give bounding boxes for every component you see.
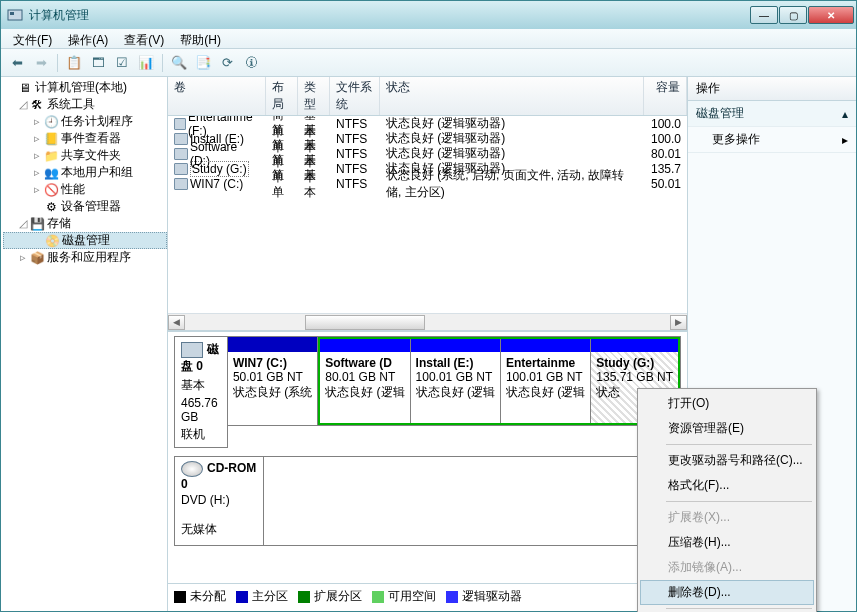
props-button[interactable]: 🗔 <box>88 53 108 73</box>
back-button[interactable]: ⬅ <box>7 53 27 73</box>
maximize-button[interactable]: ▢ <box>779 6 807 24</box>
titlebar[interactable]: 计算机管理 — ▢ ✕ <box>1 1 856 29</box>
window-title: 计算机管理 <box>29 7 750 24</box>
volume-icon <box>174 118 186 130</box>
col-type[interactable]: 类型 <box>298 77 330 115</box>
partition-d[interactable]: Software (D 80.01 GB NT 状态良好 (逻辑 <box>320 339 410 423</box>
partition-e[interactable]: Install (E:) 100.01 GB NT 状态良好 (逻辑 <box>411 339 501 423</box>
menu-action[interactable]: 操作(A) <box>60 29 116 48</box>
partition-c[interactable]: WIN7 (C:) 50.01 GB NT 状态良好 (系统 <box>228 337 318 425</box>
col-status[interactable]: 状态 <box>380 77 644 115</box>
context-menu: 打开(O) 资源管理器(E) 更改驱动器号和路径(C)... 格式化(F)...… <box>637 388 817 612</box>
refresh-button[interactable]: 🔍 <box>169 53 189 73</box>
col-capacity[interactable]: 容量 <box>644 77 687 115</box>
volume-icon <box>174 148 188 160</box>
nav-tree[interactable]: 🖥计算机管理(本地) ◿🛠系统工具 ▹🕘任务计划程序 ▹📒事件查看器 ▹📁共享文… <box>1 77 168 611</box>
disk-0-partitions: WIN7 (C:) 50.01 GB NT 状态良好 (系统 Software … <box>228 336 681 426</box>
tool-button-4[interactable]: ⟳ <box>217 53 237 73</box>
table-row[interactable]: Software (D:)简单基本NTFS状态良好 (逻辑驱动器)80.01 <box>168 146 687 161</box>
ctx-open[interactable]: 打开(O) <box>640 391 814 416</box>
up-button[interactable]: 📋 <box>64 53 84 73</box>
actions-more[interactable]: 更多操作▸ <box>688 127 856 153</box>
tree-eventviewer[interactable]: ▹📒事件查看器 <box>3 130 167 147</box>
table-row[interactable]: Entertainme (F:)简单基本NTFS状态良好 (逻辑驱动器)100.… <box>168 116 687 131</box>
cdrom-icon <box>181 461 203 477</box>
tree-sharedfolders[interactable]: ▹📁共享文件夹 <box>3 147 167 164</box>
actions-header: 操作 <box>688 77 856 101</box>
help-button[interactable]: 🛈 <box>241 53 261 73</box>
col-volume[interactable]: 卷 <box>168 77 266 115</box>
cdrom-row: CD-ROM 0 DVD (H:) 无媒体 <box>174 456 681 546</box>
disk-icon <box>181 342 203 358</box>
collapse-icon[interactable]: ▴ <box>842 107 848 121</box>
scroll-thumb[interactable] <box>305 315 425 330</box>
ctx-format[interactable]: 格式化(F)... <box>640 473 814 498</box>
forward-button[interactable]: ➡ <box>31 53 51 73</box>
table-row[interactable]: WIN7 (C:)简单基本NTFS状态良好 (系统, 启动, 页面文件, 活动,… <box>168 176 687 191</box>
scroll-left-button[interactable]: ◀ <box>168 315 185 330</box>
disk-0-row: 磁盘 0 基本 465.76 GB 联机 WIN7 (C:) 50.01 GB … <box>174 336 681 448</box>
extended-partition: Software (D 80.01 GB NT 状态良好 (逻辑 Install… <box>318 337 680 425</box>
disk-graphical: 磁盘 0 基本 465.76 GB 联机 WIN7 (C:) 50.01 GB … <box>168 332 687 583</box>
chevron-right-icon: ▸ <box>842 133 848 147</box>
ctx-shrink[interactable]: 压缩卷(H)... <box>640 530 814 555</box>
legend: 未分配 主分区 扩展分区 可用空间 逻辑驱动器 <box>168 583 687 611</box>
scroll-right-button[interactable]: ▶ <box>670 315 687 330</box>
tool-button-1[interactable]: ☑ <box>112 53 132 73</box>
column-headers[interactable]: 卷 布局 类型 文件系统 状态 容量 <box>168 77 687 116</box>
menu-view[interactable]: 查看(V) <box>116 29 172 48</box>
volume-list: 卷 布局 类型 文件系统 状态 容量 Entertainme (F:)简单基本N… <box>168 77 687 332</box>
disk-0-info[interactable]: 磁盘 0 基本 465.76 GB 联机 <box>174 336 228 448</box>
tree-scheduler[interactable]: ▹🕘任务计划程序 <box>3 113 167 130</box>
tree-services[interactable]: ▹📦服务和应用程序 <box>3 249 167 266</box>
tree-root[interactable]: 🖥计算机管理(本地) <box>3 79 167 96</box>
close-button[interactable]: ✕ <box>808 6 854 24</box>
col-layout[interactable]: 布局 <box>266 77 298 115</box>
menubar: 文件(F) 操作(A) 查看(V) 帮助(H) <box>1 29 856 49</box>
tool-button-3[interactable]: 📑 <box>193 53 213 73</box>
tree-localusers[interactable]: ▹👥本地用户和组 <box>3 164 167 181</box>
tree-systools[interactable]: ◿🛠系统工具 <box>3 96 167 113</box>
volume-icon <box>174 178 188 190</box>
svg-rect-1 <box>10 12 14 15</box>
h-scrollbar[interactable]: ◀ ▶ <box>168 313 687 330</box>
tree-performance[interactable]: ▹🚫性能 <box>3 181 167 198</box>
center-panel: 卷 布局 类型 文件系统 状态 容量 Entertainme (F:)简单基本N… <box>168 77 688 611</box>
menu-help[interactable]: 帮助(H) <box>172 29 229 48</box>
tree-devmgr[interactable]: ⚙设备管理器 <box>3 198 167 215</box>
tree-diskmgmt[interactable]: 📀磁盘管理 <box>3 232 167 249</box>
actions-section-title[interactable]: 磁盘管理▴ <box>688 101 856 127</box>
ctx-add-mirror: 添加镜像(A)... <box>640 555 814 580</box>
ctx-change-letter[interactable]: 更改驱动器号和路径(C)... <box>640 448 814 473</box>
volume-icon <box>174 163 188 175</box>
ctx-delete-volume[interactable]: 删除卷(D)... <box>640 580 814 605</box>
ctx-extend: 扩展卷(X)... <box>640 505 814 530</box>
tree-storage[interactable]: ◿💾存储 <box>3 215 167 232</box>
col-fs[interactable]: 文件系统 <box>330 77 380 115</box>
toolbar: ⬅ ➡ 📋 🗔 ☑ 📊 🔍 📑 ⟳ 🛈 <box>1 49 856 77</box>
menu-file[interactable]: 文件(F) <box>5 29 60 48</box>
app-icon <box>7 7 23 23</box>
partition-f[interactable]: Entertainme 100.01 GB NT 状态良好 (逻辑 <box>501 339 591 423</box>
ctx-explorer[interactable]: 资源管理器(E) <box>640 416 814 441</box>
minimize-button[interactable]: — <box>750 6 778 24</box>
tool-button-2[interactable]: 📊 <box>136 53 156 73</box>
volume-rows[interactable]: Entertainme (F:)简单基本NTFS状态良好 (逻辑驱动器)100.… <box>168 116 687 313</box>
cdrom-empty <box>264 456 681 546</box>
cdrom-info[interactable]: CD-ROM 0 DVD (H:) 无媒体 <box>174 456 264 546</box>
